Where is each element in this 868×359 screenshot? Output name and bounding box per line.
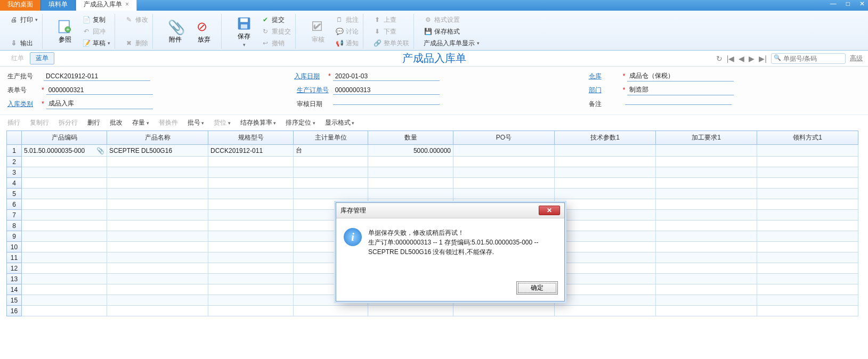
val-type[interactable]: 成品入库 [46, 99, 153, 109]
gt-copy[interactable]: 复制行 [30, 118, 49, 127]
maximize-button[interactable]: □ [846, 0, 850, 7]
print-button[interactable]: 🖨打印 [10, 15, 38, 25]
val-order[interactable]: 0000000313 [333, 86, 440, 95]
col-rownum[interactable] [7, 131, 22, 145]
table-row[interactable]: 4 [7, 178, 858, 189]
search-input[interactable] [771, 53, 846, 64]
gt-replace[interactable]: 替换件 [159, 118, 178, 127]
val-auditdate[interactable] [333, 103, 440, 105]
check-icon: ✔ [261, 15, 270, 24]
col-tech1[interactable]: 技术参数1 [555, 131, 656, 145]
label-auditdate: 审核日期 [297, 100, 329, 109]
gt-insert[interactable]: 插行 [7, 118, 20, 127]
table-row[interactable]: 16 [7, 306, 858, 316]
table-row[interactable]: 3 [7, 167, 858, 178]
label-date[interactable]: 入库日期 [294, 72, 326, 81]
close-button[interactable]: ✕ [859, 0, 865, 7]
save-button[interactable]: 保存 [231, 16, 257, 47]
copy-icon: 📄 [82, 15, 91, 24]
copy-button[interactable]: 📄复制 [82, 15, 106, 25]
trace-down-button[interactable]: ⬇下查 [373, 27, 396, 36]
advanced-link[interactable]: 高级 [850, 54, 863, 63]
resubmit-button[interactable]: ↻重提交 [261, 27, 291, 36]
batch-audit-button[interactable]: 🗒批注 [335, 15, 359, 25]
window-controls: — □ ✕ [830, 0, 865, 7]
submit-button[interactable]: ✔提交 [261, 15, 285, 25]
gt-split[interactable]: 拆分行 [59, 118, 78, 127]
dialog-close-button[interactable]: ✕ [539, 206, 560, 215]
col-name[interactable]: 产品名称 [107, 131, 208, 145]
label-type[interactable]: 入库类别 [7, 100, 39, 109]
val-warehouse[interactable]: 成品仓（保税） [627, 71, 734, 81]
save-format-button[interactable]: 💾保存格式 [424, 27, 460, 36]
gt-stock[interactable]: 存量 [132, 118, 149, 127]
gt-delete[interactable]: 删行 [87, 118, 100, 127]
table-row[interactable]: 5 [7, 189, 858, 199]
last-icon[interactable]: ▶| [759, 54, 767, 63]
label-dept[interactable]: 部门 [589, 86, 621, 95]
rollback-button[interactable]: ↶回冲 [82, 27, 106, 36]
col-spec[interactable]: 规格型号 [208, 131, 294, 145]
discuss-button[interactable]: 💬讨论 [335, 27, 359, 36]
svg-rect-5 [241, 24, 247, 28]
blue-doc-tab[interactable]: 蓝单 [30, 52, 54, 64]
col-unit[interactable]: 主计量单位 [294, 131, 368, 145]
val-date[interactable]: 2020-01-03 [333, 72, 440, 81]
label-batch: 生产批号 [7, 72, 39, 81]
export-button[interactable]: ⇩输出 [10, 39, 33, 48]
display-button[interactable]: 产成品入库单显示 [424, 39, 480, 48]
dialog-title: 库存管理 [340, 206, 366, 215]
revoke-button[interactable]: ↩撤销 [261, 39, 285, 48]
first-icon[interactable]: |◀ [727, 54, 735, 63]
paperclip-icon[interactable]: 📎 [96, 147, 104, 154]
gt-sort[interactable]: 排序定位 [286, 118, 315, 127]
save-small-icon: 💾 [424, 27, 432, 36]
gt-display[interactable]: 显示格式 [325, 118, 355, 127]
prev-icon[interactable]: ◀ [739, 54, 744, 63]
label-warehouse[interactable]: 仓库 [589, 72, 621, 81]
label-order[interactable]: 生产订单号 [297, 86, 329, 95]
col-pick1[interactable]: 领料方式1 [757, 131, 858, 145]
trash-icon: ✖ [125, 39, 133, 47]
minimize-button[interactable]: — [830, 0, 837, 7]
abandon-button[interactable]: ⊘放弃 [191, 19, 217, 44]
col-req1[interactable]: 加工要求1 [656, 131, 757, 145]
next-icon[interactable]: ▶ [749, 54, 755, 63]
table-row[interactable]: 2 [7, 157, 858, 167]
pencil-icon: ✎ [125, 15, 133, 24]
gt-lot[interactable]: 批号 [188, 118, 205, 127]
reference-button[interactable]: + 参照 [52, 19, 78, 44]
col-qty[interactable]: 数量 [368, 131, 453, 145]
tab-strip: 我的桌面 填料单 产成品入库单× — □ ✕ [0, 0, 868, 11]
col-code[interactable]: 产品编码 [22, 131, 107, 145]
format-button[interactable]: ⚙格式设置 [424, 15, 460, 25]
val-batch[interactable]: DCCK201912-011 [44, 72, 150, 81]
gt-rate[interactable]: 结存换算率 [240, 118, 277, 127]
col-po[interactable]: PO号 [453, 131, 555, 145]
refresh-icon[interactable]: ↻ [716, 54, 723, 63]
dialog-message: 单据保存失败，修改或稍后再试！ 生产订单:0000000313 -- 1 存货编… [368, 228, 557, 272]
draft-button[interactable]: 📝草稿 [82, 39, 110, 48]
gt-loc[interactable]: 货位 [214, 118, 231, 127]
val-dept[interactable]: 制造部 [627, 85, 734, 95]
val-remark[interactable] [625, 103, 732, 105]
up-icon: ⬆ [373, 15, 382, 24]
whole-link-button[interactable]: 🔗整单关联 [373, 39, 409, 48]
edit-button[interactable]: ✎修改 [125, 15, 148, 25]
paperclip-icon: 📎 [168, 19, 183, 34]
close-icon[interactable]: × [125, 1, 129, 8]
red-doc-tab[interactable]: 红单 [5, 52, 30, 64]
sub-toolbar: 红单 蓝单 产成品入库单 ↻ |◀ ◀ ▶ ▶| 高级 [0, 51, 868, 67]
gt-batch[interactable]: 批改 [110, 118, 123, 127]
tab-finished-in[interactable]: 产成品入库单× [76, 0, 137, 11]
val-docno[interactable]: 0000000321 [46, 86, 153, 95]
audit-button[interactable]: 🗹审核 [305, 19, 331, 44]
tab-desktop[interactable]: 我的桌面 [0, 0, 41, 11]
delete-button[interactable]: ✖删除 [125, 39, 148, 48]
table-row[interactable]: 15.01.50.0000035-000📎SCEPTRE DL500G16DCC… [7, 145, 858, 157]
trace-up-button[interactable]: ⬆上查 [373, 15, 396, 25]
dialog-ok-button[interactable]: 确定 [516, 281, 558, 295]
notify-button[interactable]: 📢通知 [335, 39, 359, 48]
attach-button[interactable]: 📎附件 [163, 19, 188, 44]
tab-material[interactable]: 填料单 [41, 0, 76, 11]
